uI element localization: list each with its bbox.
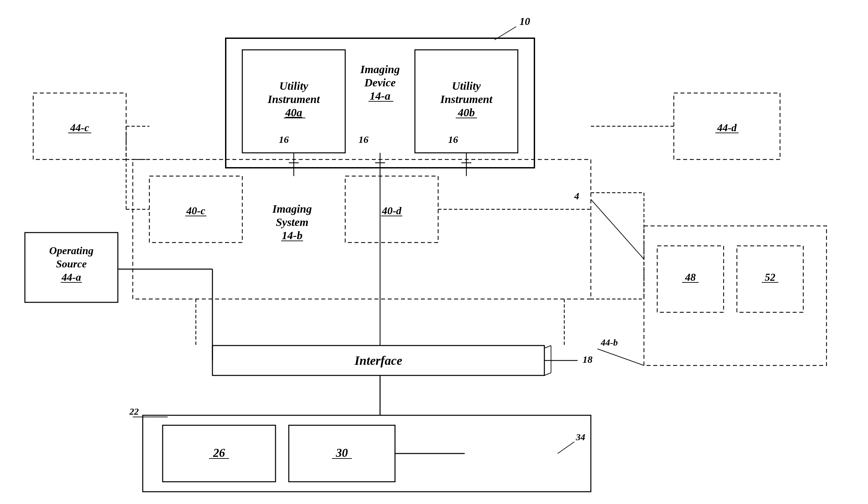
svg-text:16: 16: [448, 134, 458, 145]
svg-rect-18: [143, 415, 591, 492]
diagram-container: 10: [0, 0, 868, 504]
svg-line-17: [544, 373, 551, 375]
svg-text:26: 26: [213, 446, 225, 460]
svg-text:Source: Source: [56, 258, 87, 270]
svg-text:14-a: 14-a: [370, 90, 390, 102]
svg-text:Interface: Interface: [354, 353, 402, 367]
svg-text:40a: 40a: [285, 106, 302, 119]
svg-text:Device: Device: [364, 77, 396, 89]
svg-line-54: [558, 442, 574, 454]
svg-text:Imaging: Imaging: [360, 63, 400, 75]
svg-text:40b: 40b: [458, 106, 475, 119]
svg-text:22: 22: [129, 406, 139, 417]
svg-text:40-d: 40-d: [382, 205, 402, 216]
svg-text:Imaging: Imaging: [272, 203, 312, 215]
svg-text:Utility: Utility: [452, 80, 481, 92]
svg-text:14-b: 14-b: [282, 229, 302, 242]
svg-text:52: 52: [765, 271, 775, 283]
svg-text:40-c: 40-c: [186, 205, 206, 216]
svg-text:16: 16: [279, 134, 289, 145]
svg-text:Utility: Utility: [279, 80, 309, 92]
svg-text:44-a: 44-a: [61, 271, 81, 283]
svg-line-15: [544, 345, 551, 348]
svg-text:44-d: 44-d: [717, 122, 737, 133]
svg-text:10: 10: [519, 15, 530, 27]
svg-text:16: 16: [359, 134, 369, 145]
svg-text:Instrument: Instrument: [268, 93, 320, 105]
svg-text:System: System: [276, 216, 308, 228]
svg-text:Instrument: Instrument: [440, 93, 493, 105]
svg-rect-7: [133, 160, 591, 299]
svg-text:44-b: 44-b: [600, 337, 618, 347]
svg-text:18: 18: [582, 354, 592, 365]
svg-text:34: 34: [576, 432, 585, 442]
svg-line-31: [591, 199, 644, 259]
svg-text:Operating: Operating: [49, 244, 93, 256]
svg-text:4: 4: [574, 190, 579, 201]
svg-rect-11: [644, 226, 827, 365]
svg-text:48: 48: [685, 271, 696, 283]
svg-text:44-c: 44-c: [70, 122, 89, 133]
svg-text:30: 30: [335, 446, 348, 460]
svg-line-49: [598, 349, 644, 365]
diagram-svg: 10: [0, 0, 868, 504]
